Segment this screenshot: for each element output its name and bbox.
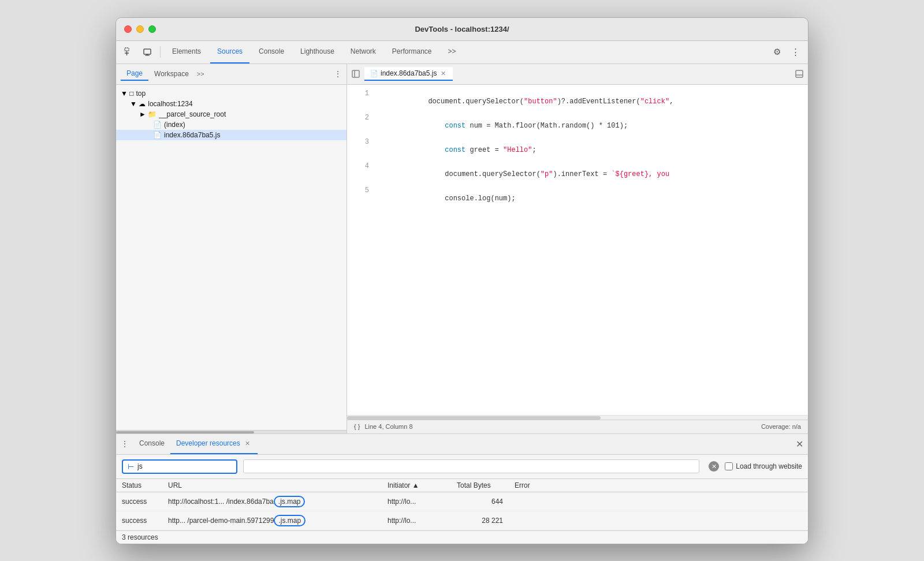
line-number-4: 4: [352, 162, 369, 170]
code-scrollbar-thumb: [347, 416, 601, 420]
sidebar-scrollbar[interactable]: [116, 430, 346, 433]
traffic-lights: [124, 25, 156, 33]
inspect-element-icon[interactable]: [121, 44, 137, 60]
svg-rect-0: [125, 48, 129, 51]
bottom-tab-console[interactable]: Console: [133, 434, 170, 454]
tab-network[interactable]: Network: [344, 41, 383, 63]
td-url-main-2: http... /parcel-demo-main.5971299: [168, 517, 274, 525]
tree-item-top[interactable]: ▼ □ top: [116, 88, 346, 99]
table-header-row: Status URL Initiator ▲ Total Bytes Error: [116, 479, 808, 492]
minimize-button[interactable]: [136, 25, 144, 33]
filter-funnel-icon: ⊢: [128, 462, 134, 471]
bottom-tabs: ⋮ Console Developer resources ✕ ✕: [116, 434, 808, 455]
window-title: DevTools - localhost:1234/: [415, 25, 509, 33]
td-url-main-1: http://localhost:1... /index.86da7ba: [168, 498, 274, 506]
code-line-1: 1 document.querySelector("button")?.addE…: [347, 89, 808, 114]
bottom-options-icon[interactable]: ⋮: [121, 439, 129, 448]
url-filter-input[interactable]: [243, 459, 699, 473]
tree-label-js: index.86da7ba5.js: [164, 131, 220, 139]
line-code-5: console.log(num);: [378, 186, 516, 211]
line-number-1: 1: [352, 89, 369, 98]
td-url-2: http... /parcel-demo-main.5971299.js.map: [162, 511, 382, 530]
filter-row: ⊢ ✕ Load through website: [116, 455, 808, 479]
line-number-5: 5: [352, 186, 369, 195]
clear-url-filter-button[interactable]: ✕: [709, 461, 719, 472]
bottom-tab-devresources[interactable]: Developer resources ✕: [170, 434, 258, 454]
sidebar-toggle-icon[interactable]: [349, 68, 362, 80]
tree-label-index: (index): [164, 121, 185, 129]
tab-console[interactable]: Console: [252, 41, 291, 63]
code-tab-right-actions: [793, 68, 806, 80]
code-tab-label: index.86da7ba5.js: [381, 69, 437, 77]
bottom-status: 3 resources: [116, 530, 808, 544]
load-through-website-label[interactable]: Load through website: [725, 462, 802, 470]
more-menu-icon[interactable]: ⋮: [787, 44, 803, 60]
tree-label-parcel: __parcel_source_root: [159, 110, 226, 118]
tree-item-index[interactable]: 📄 (index): [116, 119, 346, 130]
table-row-1[interactable]: success http://localhost:1... /index.86d…: [116, 492, 808, 511]
maximize-button[interactable]: [148, 25, 156, 33]
load-through-website-text: Load through website: [736, 462, 802, 470]
file-icon-js: 📄: [153, 131, 162, 139]
line-code-1: document.querySelector("button")?.addEve…: [378, 89, 673, 114]
load-through-website-checkbox[interactable]: [725, 462, 733, 470]
sidebar-tab-workspace[interactable]: Workspace: [148, 68, 195, 80]
filter-input[interactable]: [137, 462, 232, 470]
close-button[interactable]: [124, 25, 132, 33]
sidebar-tabs: Page Workspace >> ⋮: [116, 64, 346, 85]
table-row-2[interactable]: success http... /parcel-demo-main.597129…: [116, 511, 808, 530]
td-status-2: success: [116, 511, 162, 530]
code-line-3: 3 const greet = "Hello";: [347, 138, 808, 162]
td-status-1: success: [116, 492, 162, 511]
tree-item-js[interactable]: 📄 index.86da7ba5.js: [116, 130, 346, 140]
toolbar-divider-1: [160, 46, 161, 58]
code-panel-toggle-icon[interactable]: [793, 68, 806, 80]
filter-input-wrapper: ⊢: [122, 459, 237, 474]
line-code-4: document.querySelector("p").innerText = …: [378, 162, 669, 186]
line-column-info: Line 4, Column 8: [364, 423, 412, 430]
code-tab-js[interactable]: 📄 index.86da7ba5.js ✕: [364, 67, 453, 81]
code-editor[interactable]: 1 document.querySelector("button")?.addE…: [347, 85, 808, 415]
format-icon[interactable]: { }: [354, 423, 360, 430]
toolbar-right: ⚙ ⋮: [769, 44, 803, 60]
folder-icon-top: ▼ □: [121, 89, 133, 98]
resources-table-container: Status URL Initiator ▲ Total Bytes Error: [116, 479, 808, 530]
td-url-1: http://localhost:1... /index.86da7ba.js.…: [162, 492, 382, 511]
code-scrollbar[interactable]: [347, 415, 808, 420]
th-status: Status: [116, 479, 162, 492]
th-url: URL: [162, 479, 382, 492]
device-toolbar-icon[interactable]: [139, 44, 155, 60]
settings-icon[interactable]: ⚙: [769, 44, 785, 60]
bottom-tab-devresources-close[interactable]: ✕: [244, 439, 252, 447]
folder-closed-icon: ► 📁: [139, 110, 157, 118]
td-initiator-1: http://lo...: [382, 492, 451, 511]
line-number-3: 3: [352, 138, 369, 146]
th-bytes: Total Bytes: [451, 479, 509, 492]
sidebar-options-icon[interactable]: ⋮: [334, 69, 342, 78]
code-tab-close[interactable]: ✕: [439, 69, 447, 77]
sidebar-more-icon[interactable]: >>: [197, 70, 204, 77]
sidebar-scrollbar-thumb: [116, 431, 254, 433]
code-tabs: 📄 index.86da7ba5.js ✕: [347, 64, 808, 85]
svg-rect-6: [352, 70, 359, 77]
devtools-window: DevTools - localhost:1234/ Elements Sour…: [116, 17, 808, 544]
bottom-panel: ⋮ Console Developer resources ✕ ✕ ⊢ ✕ Lo…: [116, 433, 808, 544]
code-line-5: 5 console.log(num);: [347, 186, 808, 211]
coverage-info: Coverage: n/a: [761, 423, 801, 430]
tab-sources[interactable]: Sources: [210, 41, 249, 63]
th-initiator[interactable]: Initiator ▲: [382, 479, 451, 492]
td-bytes-1: 644: [451, 492, 509, 511]
sidebar-tab-page[interactable]: Page: [121, 67, 148, 81]
tab-lighthouse[interactable]: Lighthouse: [293, 41, 341, 63]
tab-elements[interactable]: Elements: [165, 41, 208, 63]
tree-item-parcel[interactable]: ► 📁 __parcel_source_root: [116, 109, 346, 119]
file-icon-index: 📄: [153, 121, 162, 129]
tab-more[interactable]: >>: [441, 41, 463, 63]
tree-item-localhost[interactable]: ▼ ☁ localhost:1234: [116, 99, 346, 109]
close-bottom-panel-icon[interactable]: ✕: [796, 439, 803, 450]
tab-performance[interactable]: Performance: [385, 41, 439, 63]
svg-rect-8: [796, 70, 803, 77]
file-tab-icon: 📄: [370, 70, 378, 77]
file-tree: ▼ □ top ▼ ☁ localhost:1234 ► 📁 __parcel_…: [116, 85, 346, 430]
tree-label-localhost: localhost:1234: [148, 100, 192, 108]
